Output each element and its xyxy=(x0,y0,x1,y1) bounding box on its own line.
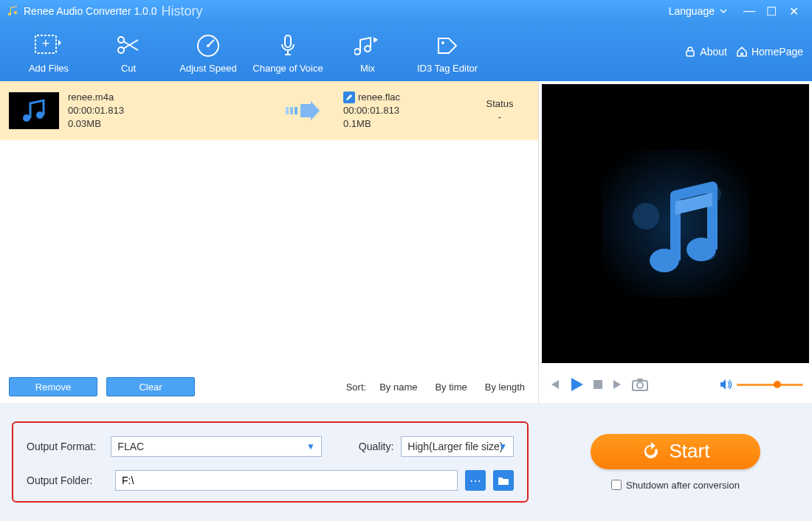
output-size: 0.1MB xyxy=(343,117,461,131)
chevron-down-icon xyxy=(719,7,728,15)
status-value: - xyxy=(470,111,529,124)
sort-by-length[interactable]: By length xyxy=(481,382,529,393)
svg-rect-23 xyxy=(637,379,643,382)
microphone-icon xyxy=(275,30,301,60)
output-format-label: Output Format: xyxy=(27,441,103,452)
quality-label: Quality: xyxy=(359,441,393,452)
svg-point-22 xyxy=(637,382,643,388)
svg-rect-11 xyxy=(286,107,289,114)
adjust-speed-button[interactable]: Adjust Speed xyxy=(168,30,248,74)
output-folder-label: Output Folder: xyxy=(27,475,108,486)
language-button[interactable]: Language xyxy=(658,5,738,17)
folder-icon xyxy=(498,475,509,486)
output-folder-input[interactable] xyxy=(115,470,458,491)
app-title: Renee Audio Converter 1.0.0 xyxy=(24,5,157,17)
change-voice-button[interactable]: Change of Voice xyxy=(248,30,328,74)
svg-rect-12 xyxy=(290,107,293,114)
chevron-down-icon: ▼ xyxy=(306,441,315,452)
volume-slider[interactable] xyxy=(737,384,803,386)
file-thumbnail xyxy=(9,92,59,129)
quality-select[interactable]: High(Larger file size) ▼ xyxy=(401,436,514,457)
browse-folder-button[interactable] xyxy=(493,470,514,491)
edit-icon[interactable] xyxy=(343,92,355,103)
mix-icon xyxy=(354,30,381,60)
sort-label: Sort: xyxy=(346,382,366,393)
input-size: 0.03MB xyxy=(68,117,216,131)
sort-by-name[interactable]: By name xyxy=(375,382,422,393)
add-files-button[interactable]: + Add Files xyxy=(9,30,89,74)
svg-point-15 xyxy=(633,203,659,230)
refresh-icon xyxy=(641,442,661,461)
svg-rect-6 xyxy=(285,35,291,47)
volume-icon[interactable] xyxy=(719,378,732,391)
home-icon xyxy=(736,46,748,58)
tag-icon xyxy=(434,30,461,60)
output-filename: renee.flac xyxy=(358,91,400,104)
svg-rect-8 xyxy=(687,51,694,56)
svg-point-7 xyxy=(441,41,444,44)
input-filename: renee.m4a xyxy=(68,91,216,104)
arrow-icon xyxy=(230,100,328,122)
play-button[interactable] xyxy=(568,376,585,393)
clear-button[interactable]: Clear xyxy=(106,377,195,396)
gauge-icon xyxy=(195,30,221,60)
svg-rect-13 xyxy=(295,107,297,114)
cut-button[interactable]: Cut xyxy=(89,30,168,74)
maximize-button[interactable]: ☐ xyxy=(760,4,782,18)
mix-button[interactable]: Mix xyxy=(328,30,407,74)
output-format-select[interactable]: FLAC ▼ xyxy=(111,436,322,457)
svg-point-5 xyxy=(207,44,210,47)
snapshot-button[interactable] xyxy=(632,378,648,391)
prev-button[interactable] xyxy=(548,378,561,391)
history-link[interactable]: History xyxy=(162,4,203,19)
preview-area xyxy=(542,84,809,363)
scissors-icon xyxy=(115,30,142,60)
svg-text:+: + xyxy=(42,36,50,51)
next-button[interactable] xyxy=(611,378,625,391)
add-files-icon: + xyxy=(34,30,63,60)
homepage-link[interactable]: HomePage xyxy=(736,46,803,58)
more-button[interactable]: ⋯ xyxy=(465,470,486,491)
remove-button[interactable]: Remove xyxy=(9,377,97,396)
app-logo-icon xyxy=(7,5,19,17)
close-button[interactable]: ✕ xyxy=(782,4,805,18)
sort-by-time[interactable]: By time xyxy=(430,382,471,393)
file-row[interactable]: renee.m4a 00:00:01.813 0.03MB renee.flac… xyxy=(0,81,538,140)
output-settings-box: Output Format: FLAC ▼ Quality: High(Larg… xyxy=(12,421,529,503)
stop-button[interactable] xyxy=(592,379,604,390)
minimize-button[interactable]: — xyxy=(738,4,760,18)
svg-rect-20 xyxy=(593,380,602,389)
start-button[interactable]: Start xyxy=(591,434,760,469)
about-link[interactable]: About xyxy=(684,46,727,58)
lock-icon xyxy=(684,46,696,58)
id3-tag-button[interactable]: ID3 Tag Editor xyxy=(407,30,487,74)
output-duration: 00:00:01.813 xyxy=(343,104,461,117)
status-header: Status xyxy=(470,97,529,111)
shutdown-checkbox[interactable]: Shutdown after conversion xyxy=(611,480,740,491)
language-label: Language xyxy=(669,5,715,17)
chevron-down-icon: ▼ xyxy=(498,441,507,452)
input-duration: 00:00:01.813 xyxy=(68,104,216,117)
